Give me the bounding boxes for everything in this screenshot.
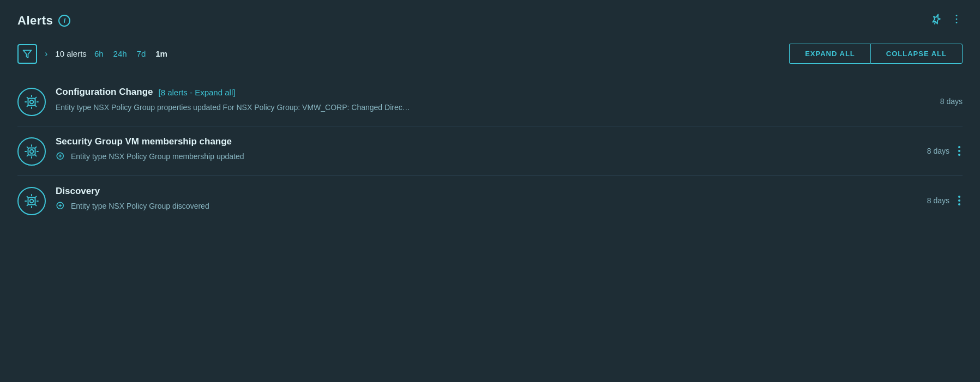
alert-meta-discovery: 8 days bbox=[927, 195, 963, 207]
svg-rect-6 bbox=[28, 99, 35, 106]
svg-point-2 bbox=[956, 19, 958, 20]
svg-rect-13 bbox=[28, 198, 35, 205]
alert-main-row-discovery: Discovery Entity type NSX Policy Group d… bbox=[17, 186, 963, 215]
pin-icon[interactable] bbox=[928, 11, 944, 30]
alerts-panel: Alerts i bbox=[0, 0, 980, 382]
svg-point-3 bbox=[956, 22, 958, 23]
alert-badge-config-change[interactable]: [8 alerts - Expand all] bbox=[158, 88, 235, 97]
alert-sub-row-discovery: Entity type NSX Policy Group discovered bbox=[56, 201, 917, 211]
svg-marker-4 bbox=[23, 50, 32, 58]
alert-sub-row-security: Entity type NSX Policy Group membership … bbox=[56, 151, 917, 161]
alert-title-security-group: Security Group VM membership change bbox=[56, 136, 232, 147]
time-filter-24h[interactable]: 24h bbox=[113, 49, 127, 58]
expand-all-button[interactable]: EXPAND ALL bbox=[789, 44, 870, 64]
alert-content-security-group: Security Group VM membership change Enti… bbox=[56, 136, 917, 161]
filter-right: EXPAND ALL COLLAPSE ALL bbox=[789, 44, 963, 64]
chevron-right-icon: › bbox=[45, 49, 47, 59]
panel-title-group: Alerts i bbox=[17, 14, 70, 28]
alert-title-config-change: Configuration Change bbox=[56, 87, 153, 98]
alert-more-button-security-group[interactable] bbox=[956, 145, 963, 157]
alert-content-config-change: Configuration Change [8 alerts - Expand … bbox=[56, 87, 930, 113]
alert-time-security-group: 8 days bbox=[927, 147, 949, 155]
svg-point-5 bbox=[30, 100, 34, 104]
svg-point-7 bbox=[30, 150, 34, 154]
collapse-all-button[interactable]: COLLAPSE ALL bbox=[870, 44, 963, 64]
header-actions bbox=[930, 13, 963, 28]
alert-title-row-security: Security Group VM membership change bbox=[56, 136, 917, 147]
panel-header: Alerts i bbox=[17, 13, 963, 28]
alert-icon-config-change bbox=[17, 88, 46, 116]
svg-point-12 bbox=[30, 199, 34, 203]
filter-row: › 10 alerts 6h 24h 7d 1m EXPAND ALL COLL… bbox=[17, 44, 963, 64]
time-filters: 6h 24h 7d 1m bbox=[94, 49, 167, 58]
alert-title-row-discovery: Discovery bbox=[56, 186, 917, 197]
filter-button[interactable] bbox=[17, 44, 37, 64]
more-vertical-icon[interactable] bbox=[951, 13, 963, 28]
alert-icon-security-group bbox=[17, 137, 46, 166]
alert-title-row: Configuration Change [8 alerts - Expand … bbox=[56, 87, 930, 98]
svg-rect-8 bbox=[28, 148, 35, 155]
alert-meta-security-group: 8 days bbox=[927, 145, 963, 157]
time-filter-7d[interactable]: 7d bbox=[137, 49, 146, 58]
expand-sub-icon-security[interactable] bbox=[56, 151, 65, 161]
alert-content-discovery: Discovery Entity type NSX Policy Group d… bbox=[56, 186, 917, 211]
alert-description-config-change: Entity type NSX Policy Group properties … bbox=[56, 102, 930, 113]
expand-sub-icon-discovery[interactable] bbox=[56, 201, 65, 211]
alert-item-security-group: Security Group VM membership change Enti… bbox=[17, 126, 963, 175]
panel-title: Alerts bbox=[17, 14, 53, 28]
alert-list: Configuration Change [8 alerts - Expand … bbox=[17, 77, 963, 225]
alert-time-discovery: 8 days bbox=[927, 196, 949, 205]
time-filter-1m[interactable]: 1m bbox=[155, 49, 167, 58]
alert-description-security-group: Entity type NSX Policy Group membership … bbox=[71, 152, 244, 161]
alert-main-row: Configuration Change [8 alerts - Expand … bbox=[17, 87, 963, 116]
time-filter-6h[interactable]: 6h bbox=[94, 49, 104, 58]
filter-left: › 10 alerts 6h 24h 7d 1m bbox=[17, 44, 167, 64]
alert-count: 10 alerts bbox=[55, 49, 87, 58]
alert-item-config-change: Configuration Change [8 alerts - Expand … bbox=[17, 77, 963, 126]
alert-time-config-change: 8 days bbox=[940, 97, 963, 106]
alert-more-button-discovery[interactable] bbox=[956, 195, 963, 207]
info-icon[interactable]: i bbox=[58, 15, 70, 27]
alert-main-row-security: Security Group VM membership change Enti… bbox=[17, 136, 963, 166]
alert-description-discovery: Entity type NSX Policy Group discovered bbox=[71, 202, 209, 210]
svg-point-1 bbox=[956, 15, 958, 16]
alert-title-discovery: Discovery bbox=[56, 186, 100, 197]
alert-time-config-change-group: 8 days bbox=[940, 97, 963, 106]
alert-icon-discovery bbox=[17, 187, 46, 215]
alert-item-discovery: Discovery Entity type NSX Policy Group d… bbox=[17, 175, 963, 225]
